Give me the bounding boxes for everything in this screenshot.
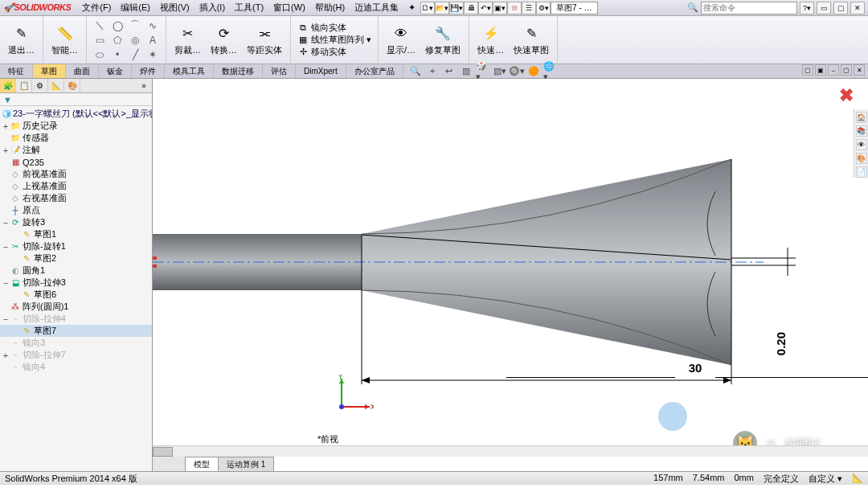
status-unit-icon[interactable]: 📐 (852, 473, 863, 485)
tab-features[interactable]: 特征 (0, 64, 33, 78)
tab-dimxpert[interactable]: DimXpert (296, 64, 346, 78)
slot-icon[interactable]: ⬭ (92, 48, 108, 61)
tree-node-阵列(圆周)1[interactable]: ⁂阵列(圆周)1 (0, 301, 152, 313)
model-view[interactable] (153, 79, 868, 471)
tab-sketch[interactable]: 草图 (33, 64, 66, 78)
scrollbar-thumb[interactable] (153, 447, 173, 457)
minimize-icon[interactable]: ▭ (817, 2, 831, 14)
poly-icon[interactable]: ⬠ (109, 34, 125, 47)
tree-toggle-icon[interactable]: − (2, 278, 10, 288)
open-icon[interactable]: 📂▾ (435, 2, 449, 14)
tree-node-历史记录[interactable]: +📁历史记录 (0, 120, 152, 132)
save-icon[interactable]: 💾▾ (449, 2, 464, 14)
tab-motion-study[interactable]: 运动算例 1 (218, 457, 274, 471)
vp-b-icon[interactable]: ▣ (815, 64, 826, 76)
mirror-button[interactable]: ⧉镜向实体 (296, 22, 348, 34)
section-view-icon[interactable]: ▥ (459, 65, 473, 78)
spline-icon[interactable]: ∿ (145, 19, 161, 32)
tree-collapse-icon[interactable]: » (136, 79, 152, 92)
view-orient-icon[interactable]: 🎲▾ (476, 65, 490, 78)
rect-icon[interactable]: ▭ (92, 34, 108, 47)
offset-button[interactable]: ⫘等距实体 (244, 23, 285, 58)
menu-star-icon[interactable]: ✦ (403, 2, 420, 13)
tree-tab-config-icon[interactable]: ⚙ (32, 79, 48, 92)
tree-node-传感器[interactable]: 📁传感器 (0, 132, 152, 144)
prev-view-icon[interactable]: ↩ (442, 65, 457, 78)
select-icon[interactable]: ▣▾ (493, 2, 507, 14)
new-icon[interactable]: 🗋▾ (420, 2, 435, 14)
rebuild-icon[interactable]: ⛭ (507, 2, 522, 14)
circle-icon[interactable]: ◯ (109, 19, 125, 32)
tree-node-切除-拉伸4[interactable]: −▫切除-拉伸4 (0, 313, 152, 325)
menu-insert[interactable]: 插入(I) (194, 2, 230, 14)
tab-weldment[interactable]: 焊件 (132, 64, 165, 78)
tree-node-切除-拉伸7[interactable]: +▫切除-拉伸7 (0, 349, 152, 361)
tree-toggle-icon[interactable]: + (2, 121, 10, 131)
repair-button[interactable]: 🔧修复草图 (422, 23, 464, 58)
taskpane-view-icon[interactable]: 👁 (856, 139, 867, 150)
tree-node-旋转3[interactable]: −⟳旋转3 (0, 216, 152, 228)
tree-node-圆角1[interactable]: ◐圆角1 (0, 265, 152, 277)
trim-button[interactable]: ✂剪裁… (171, 23, 204, 58)
dimension-horizontal[interactable]: 30 (506, 361, 868, 375)
menu-view[interactable]: 视图(V) (155, 2, 194, 14)
ellipse-icon[interactable]: ◎ (127, 34, 143, 47)
scene-icon[interactable]: 🌐▾ (543, 65, 558, 78)
taskpane-lib-icon[interactable]: 📚 (856, 125, 867, 137)
close-icon[interactable]: ✕ (850, 2, 865, 14)
tree-toggle-icon[interactable]: − (2, 242, 10, 252)
tab-mold[interactable]: 模具工具 (165, 64, 214, 78)
tab-surface[interactable]: 曲面 (66, 64, 99, 78)
vp-a-icon[interactable]: ▢ (802, 64, 813, 76)
tree-node-上视基准面[interactable]: ◇上视基准面 (0, 180, 152, 192)
taskpane-appear-icon[interactable]: 🎨 (856, 153, 867, 164)
maximize-icon[interactable]: ▢ (833, 2, 848, 14)
menu-help[interactable]: 帮助(H) (310, 2, 350, 14)
print-icon[interactable]: 🖶 (464, 2, 478, 14)
vp-min-icon[interactable]: – (828, 64, 839, 76)
tree-node-镜向3[interactable]: ▫镜向3 (0, 337, 152, 349)
tab-migration[interactable]: 数据迁移 (214, 64, 263, 78)
tree-node-切除-拉伸3[interactable]: −⬓切除-拉伸3 (0, 277, 152, 289)
tree-node-镜向4[interactable]: ▫镜向4 (0, 361, 152, 373)
menu-window[interactable]: 窗口(W) (268, 2, 310, 14)
exit-sketch-button[interactable]: ✎ 退出… (5, 23, 38, 58)
arc-icon[interactable]: ⌒ (127, 19, 143, 32)
tree-node-切除-旋转1[interactable]: −✂切除-旋转1 (0, 240, 152, 252)
hide-show-icon[interactable]: 🔘▾ (510, 65, 524, 78)
smart-dimension-button[interactable]: 📏 智能… (48, 23, 81, 58)
zoom-area-icon[interactable]: ⌖ (425, 65, 440, 78)
tree-tab-dim-icon[interactable]: 📐 (48, 79, 64, 92)
confirm-corner-cancel-icon[interactable]: ✖ (839, 85, 854, 106)
taskpane-prop-icon[interactable]: 📄 (856, 166, 867, 178)
dimension-vertical[interactable]: 0.20 (774, 332, 788, 355)
horizontal-scrollbar[interactable] (153, 445, 868, 457)
tab-evaluate[interactable]: 评估 (263, 64, 296, 78)
centerline-icon[interactable]: ╱ (127, 48, 143, 61)
tree-node-原点[interactable]: ┼原点 (0, 204, 152, 216)
tree-tab-feature-icon[interactable]: 🧩 (0, 79, 16, 92)
tree-node-草图2[interactable]: ✎草图2 (0, 252, 152, 265)
tab-office[interactable]: 办公室产品 (346, 64, 403, 78)
document-tab[interactable]: 草图7 - … (551, 2, 597, 14)
tree-node-注解[interactable]: +📝注解 (0, 144, 152, 156)
taskpane-home-icon[interactable]: 🏠 (856, 112, 867, 123)
settings-icon[interactable]: ⚙▾ (536, 2, 551, 14)
tree-node-草图6[interactable]: ✎草图6 (0, 289, 152, 301)
graphics-area[interactable]: 30 0.20 x Y *前视 ✖ 🏠 📚 👁 🎨 📄 ✉ 亦明图记 (153, 79, 868, 471)
search-input[interactable] (701, 2, 797, 14)
tree-node-草图7[interactable]: ✎草图7 (0, 325, 152, 337)
tree-node-前视基准面[interactable]: ◇前视基准面 (0, 168, 152, 180)
menu-file[interactable]: 文件(F) (77, 2, 116, 14)
quick-button[interactable]: ⚡快速… (474, 23, 507, 58)
move-button[interactable]: ✢移动实体 (296, 46, 348, 58)
menu-edit[interactable]: 编辑(E) (116, 2, 155, 14)
tree-node-Q235[interactable]: ▦Q235 (0, 156, 152, 168)
status-edit-mode[interactable]: 自定义 ▾ (809, 473, 842, 485)
plane-icon[interactable]: ✶ (145, 48, 161, 61)
tab-sheetmetal[interactable]: 钣金 (99, 64, 132, 78)
appearance-icon[interactable]: 🟠 (526, 65, 541, 78)
zoom-fit-icon[interactable]: 🔍 (408, 65, 423, 78)
quick-sketch-button[interactable]: ✎快速草图 (510, 23, 552, 58)
feature-tree[interactable]: 🧊23-一字螺丝刀 (默认<<默认>_显示状态 +📁历史记录📁传感器+📝注解▦Q… (0, 106, 152, 471)
